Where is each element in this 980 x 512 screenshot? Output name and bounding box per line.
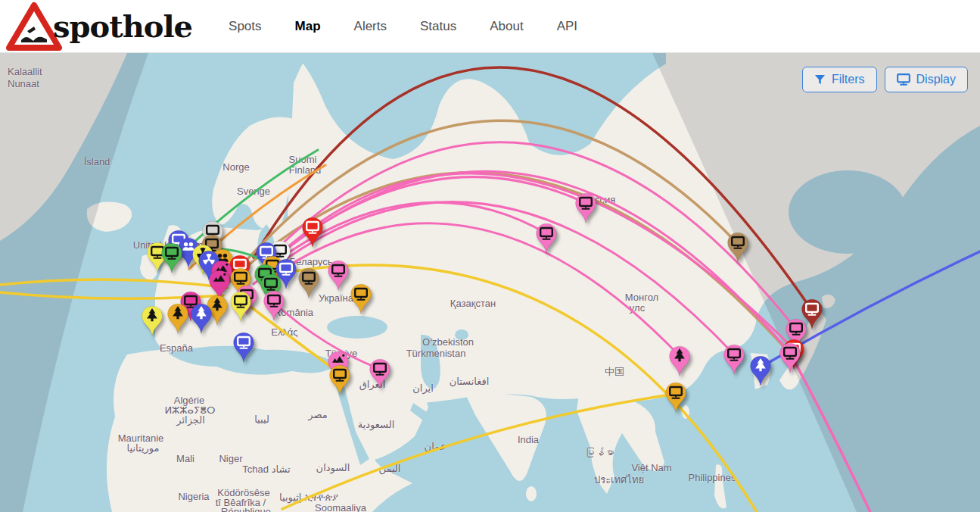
nav-item-alerts[interactable]: Alerts [354, 19, 387, 34]
spot-path [282, 394, 676, 509]
main-nav: SpotsMapAlertsStatusAboutAPI [229, 19, 577, 34]
map-marker-computer[interactable] [263, 290, 285, 322]
display-button-label: Display [916, 73, 956, 86]
map-marker-computer[interactable] [327, 260, 350, 292]
spot-path [790, 353, 870, 512]
map-marker-tree[interactable] [166, 303, 189, 335]
map-marker-computer[interactable] [350, 283, 372, 315]
filter-icon [814, 74, 826, 86]
filters-button[interactable]: Filters [802, 67, 877, 92]
map-marker-computer[interactable] [723, 344, 745, 376]
spot-path [226, 120, 738, 284]
map-marker-computer[interactable] [301, 217, 324, 248]
map-marker-computer[interactable] [535, 223, 558, 254]
spot-path [0, 279, 227, 288]
spot-path [263, 142, 796, 329]
logo[interactable]: spothole [5, 1, 192, 52]
map-marker-computer[interactable] [232, 332, 255, 364]
spot-path [254, 202, 734, 354]
map-marker-computer[interactable] [160, 242, 183, 274]
map-marker-tree[interactable] [141, 305, 163, 337]
display-icon [897, 73, 910, 86]
map-marker-computer[interactable] [369, 358, 391, 390]
map-marker-tree[interactable] [668, 345, 691, 377]
spot-path [221, 173, 789, 353]
brand-name: spothole [53, 8, 192, 44]
filters-button-label: Filters [832, 73, 865, 86]
map-marker-computer[interactable] [328, 364, 351, 396]
map-marker-tree[interactable] [749, 355, 772, 387]
map-marker-computer[interactable] [574, 192, 597, 224]
app-header: spothole SpotsMapAlertsStatusAboutAPI [0, 0, 980, 53]
nav-item-spots[interactable]: Spots [229, 19, 261, 34]
nav-item-about[interactable]: About [490, 19, 523, 34]
map-marker-computer[interactable] [229, 291, 252, 323]
spot-paths-layer [0, 53, 980, 512]
map-controls: Filters Display [802, 67, 968, 92]
nav-item-map[interactable]: Map [295, 19, 321, 34]
nav-item-status[interactable]: Status [420, 19, 456, 34]
display-button[interactable]: Display [885, 67, 968, 92]
map-marker-tree[interactable] [190, 303, 213, 335]
map-marker-computer[interactable] [297, 267, 320, 299]
map-canvas[interactable]: KalaallitNunaatÍslandNorgeSverigeSuomiFi… [0, 53, 980, 512]
map-marker-computer[interactable] [779, 342, 801, 374]
map-marker-computer[interactable] [664, 382, 687, 414]
nav-item-api[interactable]: API [557, 19, 577, 34]
map-marker-computer[interactable] [726, 232, 749, 264]
